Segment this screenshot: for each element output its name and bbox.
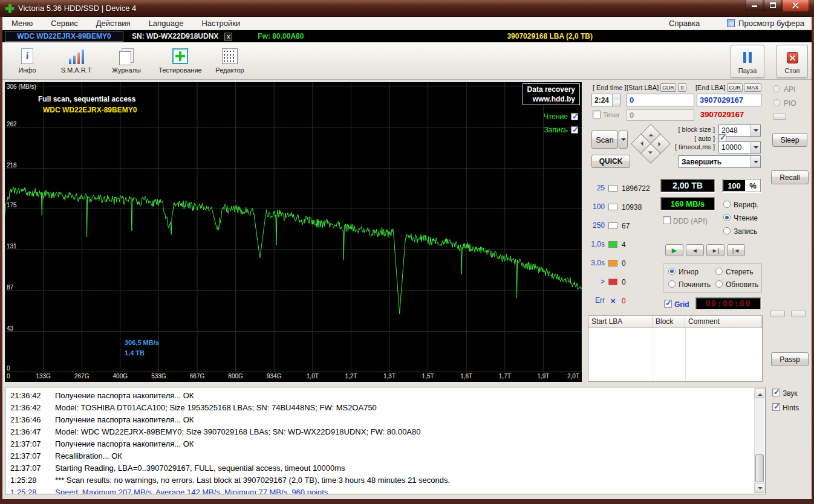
block-size-dropdown[interactable] [751,125,760,136]
ddd-label: DDD (API) [673,217,708,225]
toolbar-stop-button[interactable]: Стоп [777,45,808,78]
toolbar-pause-button[interactable]: Пауза [731,45,764,78]
ytick-label: 43 [7,325,13,332]
toolbar-smart-button[interactable]: S.M.A.R.T [57,45,96,78]
scroll-thumb[interactable] [755,454,764,482]
ignore-radio[interactable] [668,268,676,275]
menu-help[interactable]: Справка [660,17,709,30]
end-lba-input[interactable]: 3907029167 [697,94,761,106]
wb-chip[interactable] [770,311,785,317]
stat-value: 0 [622,278,626,286]
sound-checkbox[interactable] [772,389,780,396]
title-bar[interactable]: Victoria 5.36 HDD/SSD | Device 4 [0,0,814,17]
write-radio[interactable] [723,227,731,234]
end-lba-max-button[interactable]: MAX [744,83,761,92]
menu-item-3[interactable]: Действия [87,17,140,30]
scan-dropdown-button[interactable] [619,131,628,149]
erase-radio[interactable] [715,268,723,275]
start-lba-cur-button[interactable]: CUR [660,83,676,92]
log-time: 1:25:28 [10,476,36,485]
device-close-button[interactable]: x [224,33,232,40]
skip-forward-button[interactable]: ►| [706,244,724,256]
table-header-2[interactable]: Block [653,316,685,328]
toolbar-info-button[interactable]: i Инфо [11,45,44,78]
stat-box-orange-icon [608,260,617,267]
defect-table[interactable]: Start LBABlockComment [588,315,763,382]
refresh-radio[interactable] [715,280,723,288]
minimize-button[interactable] [746,0,763,11]
end-time-spinner[interactable] [612,94,620,106]
timeout-dropdown[interactable] [751,142,760,153]
scan-button[interactable]: Scan [591,131,618,149]
xtick-label: 1,5T [422,373,434,380]
log-scrollbar[interactable] [754,388,764,493]
recall-button[interactable]: Recall [771,170,809,184]
stat-label: > [588,277,605,286]
log-time: 21:37:07 [10,451,41,460]
smart-chart-icon [68,48,85,64]
hints-checkbox[interactable] [772,403,780,411]
chevron-down-icon [754,161,758,166]
log-text: Starting Reading, LBA=0..3907029167, FUL… [55,464,752,473]
speed-plot[interactable] [5,82,582,382]
menu-item-4[interactable]: Language [140,17,193,30]
api-radio[interactable] [773,85,780,92]
arrow-up-icon [649,131,654,136]
ytick-label: 0 [7,365,10,372]
start-lba-input[interactable]: 0 [627,94,694,106]
quick-button[interactable]: QUICK [591,155,630,168]
menu-buffer-view[interactable]: Просмотр буфера [727,19,804,28]
passport-button[interactable]: Passp [771,352,809,366]
xtick-label: 400G [113,373,128,380]
verify-radio[interactable] [723,201,731,208]
menu-item-1[interactable]: Меню [2,17,42,30]
after-scan-action-select[interactable]: Завершить [679,155,761,168]
play-button[interactable]: ▶ [665,244,683,256]
skip-end-button[interactable]: |◄ [727,244,745,256]
log-entry: 21:36:42Получение паспорта накопителя...… [5,391,765,403]
scroll-down-button[interactable] [755,483,764,493]
grid-label: Grid [674,300,689,309]
remap-label: Починить [679,280,711,289]
start-lba-zero-button[interactable]: 0 [678,83,686,92]
legend-read-checkbox[interactable] [571,113,578,120]
log-text: Speed: Maximum 207 MB/s. Average 142 MB/… [55,488,752,494]
scroll-up-button[interactable] [755,388,764,398]
ddd-checkbox[interactable] [663,216,671,224]
device-model-tab[interactable]: WDC WD22EJRX-89BEMY0 [5,31,123,42]
device-firmware: Fw: 80.00A80 [258,32,304,40]
table-header-3[interactable]: Comment [685,316,762,328]
action-dropdown[interactable] [751,156,760,167]
remap-radio[interactable] [668,280,676,288]
menu-item-2[interactable]: Сервис [42,17,87,30]
toolbar-test-button[interactable]: Тестирование [155,45,206,78]
timer-checkbox[interactable] [593,111,601,118]
watermark: Data recovery www.hdd.by [523,83,580,105]
menu-item-5[interactable]: Настройки [192,17,249,30]
app-icon [5,4,15,13]
rd-chip[interactable] [791,311,806,317]
step-back-button[interactable]: ◄ [686,244,704,256]
read-radio[interactable] [723,214,731,221]
timeout-label: [ timeout,ms ] [672,143,715,150]
scan-graph[interactable]: 306 (MB/s)26221817513187430 0133G267G400… [5,82,582,382]
legend-write-checkbox[interactable] [571,126,578,134]
maximize-button[interactable] [764,0,781,11]
toolbar-logs-button[interactable]: Журналы [106,45,146,78]
skip-end-icon: |◄ [732,247,740,254]
end-lba-cur-button[interactable]: CUR [727,83,743,92]
test-icon [172,48,188,64]
pio-radio[interactable] [773,99,780,106]
table-header-1[interactable]: Start LBA [588,316,653,328]
timeout-select[interactable]: 10000 [718,141,761,153]
close-button[interactable] [782,0,809,11]
grid-checkbox[interactable] [664,300,672,308]
erase-label: Стереть [726,268,753,276]
toolbar-editor-button[interactable]: Редактор [212,45,248,78]
stat-label: 25 [588,184,605,192]
sleep-button[interactable]: Sleep [772,133,807,147]
end-time-input[interactable]: 2:24 [591,94,620,106]
sound-label: Звук [783,389,798,398]
editor-icon [222,48,238,64]
defect-table-header: Start LBABlockComment [588,316,762,328]
